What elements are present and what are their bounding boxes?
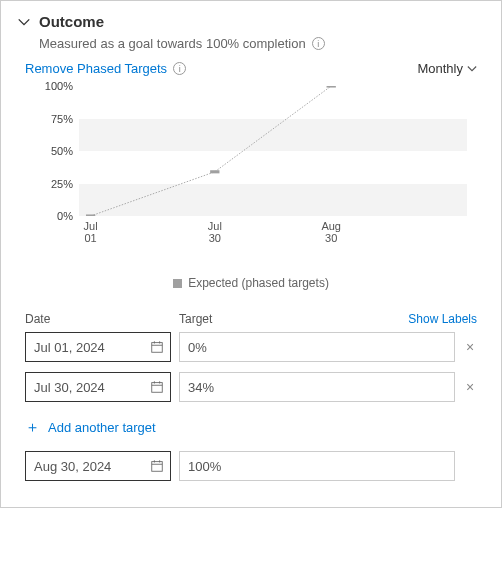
chevron-down-icon[interactable] xyxy=(17,15,31,29)
remove-phased-targets-label: Remove Phased Targets xyxy=(25,61,167,76)
date-value: Aug 30, 2024 xyxy=(34,459,150,474)
y-tick-label: 0% xyxy=(57,210,73,222)
x-tick-label: Jul 30 xyxy=(208,220,222,244)
remove-phased-targets-link[interactable]: Remove Phased Targets i xyxy=(25,61,186,76)
date-value: Jul 01, 2024 xyxy=(34,340,150,355)
data-point xyxy=(327,86,336,88)
section-header[interactable]: Outcome xyxy=(17,13,485,30)
plus-icon: ＋ xyxy=(25,418,40,437)
target-value: 100% xyxy=(188,459,221,474)
x-tick-label: Aug 30 xyxy=(321,220,341,244)
plot-area xyxy=(79,86,467,216)
target-input[interactable]: 0% xyxy=(179,332,455,362)
target-value: 34% xyxy=(188,380,214,395)
target-row: Jul 01, 20240%× xyxy=(25,332,477,362)
column-header-date: Date xyxy=(25,312,179,326)
column-header-target: Target xyxy=(179,312,408,326)
phased-targets-chart: 0%25%50%75%100% Jul 01Jul 30Aug 30 xyxy=(35,86,467,246)
period-selector[interactable]: Monthly xyxy=(417,61,477,76)
svg-rect-8 xyxy=(152,462,163,472)
remove-row-button[interactable]: × xyxy=(463,339,477,355)
date-input[interactable]: Jul 01, 2024 xyxy=(25,332,171,362)
calendar-icon[interactable] xyxy=(150,380,164,394)
y-tick-label: 100% xyxy=(45,80,73,92)
subtitle-text: Measured as a goal towards 100% completi… xyxy=(39,36,306,51)
x-tick-label: Jul 01 xyxy=(84,220,98,244)
info-icon[interactable]: i xyxy=(173,62,186,75)
date-value: Jul 30, 2024 xyxy=(34,380,150,395)
section-subtitle: Measured as a goal towards 100% completi… xyxy=(39,36,485,51)
remove-row-button[interactable]: × xyxy=(463,379,477,395)
info-icon[interactable]: i xyxy=(312,37,325,50)
target-input[interactable]: 34% xyxy=(179,372,455,402)
calendar-icon[interactable] xyxy=(150,459,164,473)
target-row-final: Aug 30, 2024 100% xyxy=(25,451,477,481)
add-target-label: Add another target xyxy=(48,420,156,435)
outcome-panel: Outcome Measured as a goal towards 100% … xyxy=(0,0,502,508)
target-rows: Jul 01, 20240%×Jul 30, 202434%× xyxy=(17,332,485,402)
svg-rect-0 xyxy=(152,343,163,353)
target-input[interactable]: 100% xyxy=(179,451,455,481)
section-title: Outcome xyxy=(39,13,104,30)
y-tick-label: 50% xyxy=(51,145,73,157)
chart-svg xyxy=(79,86,467,216)
svg-rect-4 xyxy=(152,383,163,393)
series-line xyxy=(91,86,332,216)
date-input[interactable]: Aug 30, 2024 xyxy=(25,451,171,481)
y-tick-label: 25% xyxy=(51,178,73,190)
date-input[interactable]: Jul 30, 2024 xyxy=(25,372,171,402)
x-axis-labels: Jul 01Jul 30Aug 30 xyxy=(79,220,467,248)
data-point xyxy=(86,214,95,216)
chart-legend: Expected (phased targets) xyxy=(17,276,485,290)
legend-label: Expected (phased targets) xyxy=(188,276,329,290)
target-row: Jul 30, 202434%× xyxy=(25,372,477,402)
calendar-icon[interactable] xyxy=(150,340,164,354)
show-labels-link[interactable]: Show Labels xyxy=(408,312,477,326)
period-label: Monthly xyxy=(417,61,463,76)
data-point xyxy=(210,170,219,173)
chevron-down-icon xyxy=(467,64,477,74)
y-axis-ticks: 0%25%50%75%100% xyxy=(35,86,79,216)
target-value: 0% xyxy=(188,340,207,355)
legend-swatch xyxy=(173,279,182,288)
y-tick-label: 75% xyxy=(51,113,73,125)
add-target-link[interactable]: ＋ Add another target xyxy=(25,418,156,437)
